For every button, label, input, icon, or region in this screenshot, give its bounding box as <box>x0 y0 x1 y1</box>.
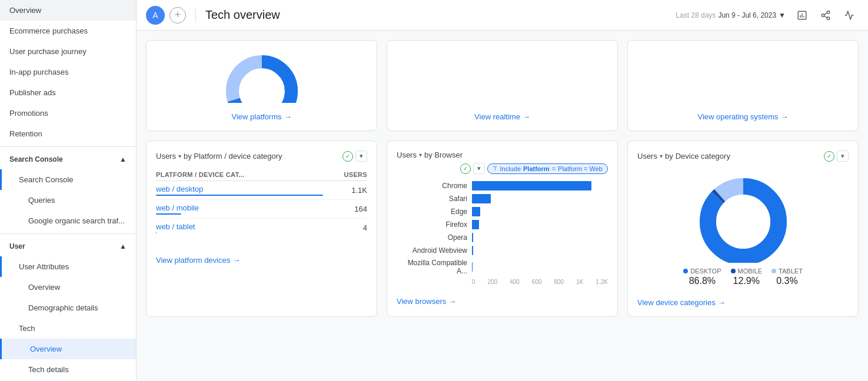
browser-filter-chip[interactable]: ⊤ Include Platform = Platform = Web <box>487 163 608 174</box>
sidebar-item-overview[interactable]: Overview <box>0 0 136 21</box>
platform-by-text: by Platform / device category <box>184 152 282 161</box>
sidebar-item-user-purchase-journey[interactable]: User purchase journey <box>0 41 136 62</box>
platform-cell[interactable]: web / desktop <box>156 181 323 200</box>
sidebar-item-publisher-ads[interactable]: Publisher ads <box>0 82 136 103</box>
date-range-label: Last 28 days <box>676 11 716 19</box>
detail-cards-row: Users ▾ by Platform / device category ✓ … <box>146 141 859 317</box>
users-cell: 164 <box>323 200 367 219</box>
platform-table: PLATFORM / DEVICE CAT... USERS web / des… <box>156 169 367 237</box>
legend-dot <box>731 269 736 273</box>
share-icon-button[interactable] <box>816 6 835 25</box>
view-realtime-arrow: → <box>523 112 530 121</box>
legend-label: TABLET <box>779 268 803 275</box>
users-cell: 4 <box>323 219 367 238</box>
legend-value: 86.8% <box>689 276 716 286</box>
page-title: Tech overview <box>205 8 676 22</box>
sidebar-item-demographic-details[interactable]: Demographic details <box>0 298 136 318</box>
chart-icon-button[interactable] <box>793 6 812 25</box>
sidebar-item-user-attributes[interactable]: User Attributes <box>0 256 136 277</box>
search-console-wrapper: Search Console <box>0 169 136 190</box>
sidebar-item-promotions[interactable]: Promotions <box>0 103 136 123</box>
browser-bar-wrap <box>472 194 608 203</box>
browser-chart-row: Safari <box>397 194 608 203</box>
platform-card-controls: ✓ ▾ <box>342 151 367 162</box>
search-console-section-label: Search Console <box>9 155 63 163</box>
sidebar-item-tech[interactable]: Tech <box>0 318 136 339</box>
avatar: A <box>146 6 165 25</box>
top-bar-icons <box>793 6 859 25</box>
view-os-link[interactable]: View operating systems → <box>697 108 788 121</box>
browser-users-dropdown-icon[interactable]: ▾ <box>419 152 422 158</box>
view-device-categories-link[interactable]: View device categories → <box>637 293 849 307</box>
sidebar-item-search-console[interactable]: Search Console <box>0 169 136 190</box>
top-cards-row: View platforms → View realtime → View op… <box>146 40 859 131</box>
device-card-header: Users ▾ by Device category ✓ ▾ <box>637 151 849 162</box>
explore-icon-button[interactable] <box>840 6 859 25</box>
view-realtime-label: View realtime <box>474 112 520 121</box>
realtime-top-card: View realtime → <box>387 40 618 131</box>
view-browsers-link[interactable]: View browsers → <box>397 292 608 306</box>
browser-name: Android Webview <box>397 246 467 255</box>
sidebar-item-google-organic[interactable]: Google organic search traf... <box>0 210 136 231</box>
users-cell: 1.1K <box>323 181 367 200</box>
platform-users-dropdown-icon[interactable]: ▾ <box>178 153 181 159</box>
user-section-header[interactable]: User ▲ <box>0 236 136 256</box>
legend-value: 12.9% <box>733 276 760 286</box>
platform-check-icon: ✓ <box>342 151 353 162</box>
platform-card-header: Users ▾ by Platform / device category ✓ … <box>156 151 367 162</box>
sidebar-item-tech-details[interactable]: Tech details <box>0 359 136 380</box>
browser-name: Edge <box>397 208 467 216</box>
sidebar: Overview Ecommerce purchases User purcha… <box>0 0 137 381</box>
browser-bar <box>472 194 491 203</box>
browser-chart-row: Edge <box>397 207 608 216</box>
device-legend: DESKTOP 86.8% MOBILE 12.9% TABLET 0.3% <box>683 268 803 286</box>
browser-chart: Chrome Safari Edge Firefox Opera <box>397 181 608 275</box>
sidebar-item-queries[interactable]: Queries <box>0 190 136 210</box>
axis-label: 400 <box>510 279 520 285</box>
sidebar-item-tech-overview[interactable]: Overview <box>0 339 136 359</box>
date-range-value[interactable]: Jun 9 - Jul 6, 2023 <box>718 11 776 19</box>
legend-dot <box>771 269 776 273</box>
view-browsers-label: View browsers <box>397 297 446 306</box>
svg-line-7 <box>824 16 827 18</box>
filter-platform-label: Platform <box>523 165 550 172</box>
legend-dot-row: TABLET <box>771 268 803 275</box>
platform-cell[interactable]: web / tablet <box>156 219 323 238</box>
svg-point-5 <box>822 14 824 16</box>
device-users-dropdown-icon[interactable]: ▾ <box>660 153 663 159</box>
browser-chart-row: Chrome <box>397 181 608 190</box>
device-category-label: Device category <box>676 152 730 161</box>
view-platforms-link[interactable]: View platforms → <box>231 108 291 121</box>
top-bar-divider <box>195 8 196 22</box>
sidebar-item-retention[interactable]: Retention <box>0 123 136 144</box>
sidebar-item-ecommerce[interactable]: Ecommerce purchases <box>0 21 136 41</box>
platform-cell[interactable]: web / mobile <box>156 200 323 219</box>
device-ctrl-dropdown[interactable]: ▾ <box>837 151 849 162</box>
device-category-card: Users ▾ by Device category ✓ ▾ <box>627 141 859 317</box>
user-section-label: User <box>9 242 25 250</box>
legend-item: TABLET 0.3% <box>771 268 803 286</box>
sidebar-divider-2 <box>0 233 136 234</box>
view-realtime-link[interactable]: View realtime → <box>474 108 530 121</box>
date-range-dropdown-icon[interactable]: ▼ <box>779 11 786 19</box>
add-button[interactable]: + <box>169 7 186 24</box>
view-browsers-arrow: → <box>448 297 456 306</box>
browser-name: Safari <box>397 195 467 203</box>
browser-bar <box>472 246 473 255</box>
legend-dot-row: MOBILE <box>731 268 763 275</box>
device-card-controls: ✓ ▾ <box>824 151 849 162</box>
browser-bar <box>472 220 479 229</box>
view-platform-devices-link[interactable]: View platform devices → <box>156 251 367 265</box>
sidebar-item-in-app[interactable]: In-app purchases <box>0 62 136 82</box>
sidebar-item-user-overview[interactable]: Overview <box>0 277 136 298</box>
axis-label: 1.2K <box>596 279 608 285</box>
browser-ctrl-dropdown[interactable]: ▾ <box>473 163 485 174</box>
search-console-section-header[interactable]: Search Console ▲ <box>0 149 136 169</box>
browser-name: Firefox <box>397 220 467 229</box>
platform-ctrl-dropdown[interactable]: ▾ <box>355 151 367 162</box>
legend-item: MOBILE 12.9% <box>731 268 763 286</box>
axis-label: 800 <box>554 279 564 285</box>
browser-bar <box>472 181 591 190</box>
device-donut-chart <box>690 169 796 263</box>
browser-name: Opera <box>397 233 467 242</box>
